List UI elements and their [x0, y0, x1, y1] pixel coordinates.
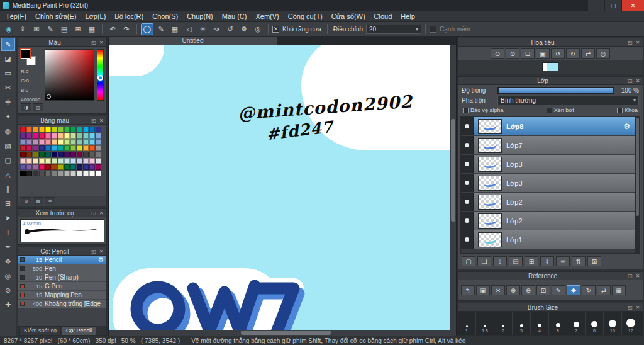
palette-swatch[interactable]: [52, 164, 57, 170]
palette-swatch[interactable]: [77, 164, 82, 170]
palette-swatch[interactable]: [64, 133, 70, 139]
protect-alpha-checkbox[interactable]: Bảo vệ alpha: [463, 107, 504, 113]
lock-checkbox[interactable]: Khóa: [617, 107, 638, 113]
menu-item-8[interactable]: Công cụ(T): [284, 11, 327, 22]
rotate-ccw-icon[interactable]: ↺: [224, 23, 236, 35]
palette-swatch[interactable]: [77, 127, 82, 132]
softedge-checkbox[interactable]: [430, 26, 436, 33]
palette-swatch[interactable]: [52, 145, 57, 151]
palette-swatch[interactable]: [96, 127, 101, 132]
window-layout-icon[interactable]: ▦: [86, 23, 98, 35]
palette-swatch[interactable]: [45, 152, 51, 157]
palette-swatch[interactable]: [89, 171, 95, 176]
duplicate-layer-button[interactable]: ❏: [477, 256, 491, 266]
layer-list-scrollbar[interactable]: [635, 117, 640, 253]
fit-window-icon[interactable]: ⊡: [521, 48, 535, 59]
flip-icon[interactable]: ⇄: [597, 285, 611, 295]
palette-swatch[interactable]: [83, 133, 89, 139]
menu-item-3[interactable]: Bộ lọc(R): [110, 11, 148, 22]
palette-swatch[interactable]: [77, 171, 82, 176]
palette-swatch[interactable]: [20, 139, 26, 145]
palette-swatch[interactable]: [33, 127, 38, 132]
palette-swatch[interactable]: [58, 152, 64, 157]
select-circle-icon[interactable]: ◯: [141, 23, 153, 35]
palette-swatch[interactable]: [89, 127, 95, 132]
color-slider-tab-icon[interactable]: ▤: [33, 103, 43, 111]
add-tool[interactable]: ✚: [1, 298, 15, 312]
rect-select-tool[interactable]: ▭: [1, 67, 15, 80]
palette-swatch[interactable]: [64, 158, 70, 164]
palette-swatch[interactable]: [52, 139, 57, 145]
palette-swatch[interactable]: [89, 145, 95, 151]
brush-size-option-2[interactable]: 2: [494, 312, 513, 335]
divide-tool[interactable]: ∥: [1, 183, 15, 196]
palette-swatch[interactable]: [58, 164, 64, 170]
palette-swatch[interactable]: [58, 145, 64, 151]
palette-swatch[interactable]: [83, 145, 89, 151]
zoom-out-icon[interactable]: ⊖: [491, 48, 504, 59]
brush-panel-tab-0[interactable]: Kiểm soát cọ: [19, 326, 61, 335]
main-brush-icon[interactable]: ◉: [3, 23, 15, 35]
layer-row-Lớp3[interactable]: Lớp3: [461, 174, 635, 193]
palette-swatch[interactable]: [70, 127, 76, 132]
palette-swatch[interactable]: [58, 171, 64, 176]
gear-icon[interactable]: ⚙: [238, 23, 250, 35]
layer-row-Lớp2[interactable]: Lớp2: [461, 212, 635, 230]
palette-swatch[interactable]: [77, 139, 82, 145]
zoom-out-icon[interactable]: ⊖: [521, 285, 535, 295]
palette-menu-icon[interactable]: ≡: [45, 197, 55, 205]
canvas-horizontal-scrollbar[interactable]: [109, 330, 456, 336]
palette-swatch[interactable]: [96, 158, 101, 164]
palette-swatch[interactable]: [70, 139, 76, 145]
palette-swatch[interactable]: [64, 164, 70, 170]
snap-off-tool[interactable]: ⊘: [1, 284, 15, 297]
brush-row-Pencil[interactable]: 15Pencil⚙: [18, 256, 106, 264]
layer-row-Lớp2[interactable]: Lớp2: [461, 193, 635, 212]
palette-swatch[interactable]: [39, 158, 45, 164]
palette-swatch[interactable]: [58, 158, 64, 164]
zoom-tool[interactable]: ◎: [1, 269, 15, 283]
palette-swatch[interactable]: [33, 133, 38, 139]
minimize-button[interactable]: –: [587, 0, 604, 11]
palette-swatch[interactable]: [26, 139, 32, 145]
palette-swatch[interactable]: [89, 158, 95, 164]
layer-visibility-toggle[interactable]: [461, 155, 474, 173]
palette-swatch[interactable]: [20, 171, 26, 176]
palette-swatch[interactable]: [45, 164, 51, 170]
vertical-scroll-thumb[interactable]: [451, 119, 455, 222]
palette-swatch[interactable]: [52, 152, 57, 157]
brush-row-Khoảng trống [Edge[interactable]: 400Khoảng trống [Edge: [18, 300, 106, 308]
redo-icon[interactable]: ↷: [120, 23, 133, 35]
palette-swatch[interactable]: [83, 171, 89, 176]
palette-swatch[interactable]: [70, 145, 76, 151]
navigator-thumbnail[interactable]: [542, 62, 558, 71]
new-folder-button[interactable]: ▤: [509, 256, 523, 266]
sv-marker[interactable]: [47, 94, 51, 99]
hand-icon[interactable]: ✥: [567, 285, 580, 295]
palette-swatch[interactable]: [45, 145, 51, 151]
palette-swatch[interactable]: [33, 158, 38, 164]
bucket-tool[interactable]: ◍: [1, 125, 15, 138]
palette-swatch[interactable]: [96, 139, 101, 145]
palette-swatch[interactable]: [26, 171, 32, 176]
undo-icon[interactable]: ↶: [106, 23, 119, 35]
flip-view-icon[interactable]: ⇄: [581, 48, 595, 59]
palette-swatch[interactable]: [20, 152, 26, 157]
document-icon[interactable]: ▤: [58, 23, 70, 35]
palette-swatch[interactable]: [83, 139, 89, 145]
menu-item-6[interactable]: Màu (C): [218, 11, 252, 22]
close-panel-icon[interactable]: ✕: [97, 118, 105, 123]
palette-swatch[interactable]: [77, 133, 82, 139]
palette-swatch[interactable]: [26, 164, 32, 170]
shape-tool[interactable]: ▢: [1, 154, 15, 167]
palette-swatch[interactable]: [64, 171, 70, 176]
palette-swatch[interactable]: [70, 133, 76, 139]
adjust-dropdown[interactable]: 20 ▾: [366, 25, 421, 34]
palette-swatch[interactable]: [39, 127, 45, 132]
palette-swatch[interactable]: [33, 145, 38, 151]
palette-swatch[interactable]: [83, 152, 89, 157]
reset-view-icon[interactable]: ◎: [596, 48, 610, 59]
zoom-in-icon[interactable]: ⊕: [506, 285, 520, 295]
document-tab[interactable]: Untitled: [109, 37, 277, 45]
actual-size-icon[interactable]: ⊡: [536, 285, 550, 295]
